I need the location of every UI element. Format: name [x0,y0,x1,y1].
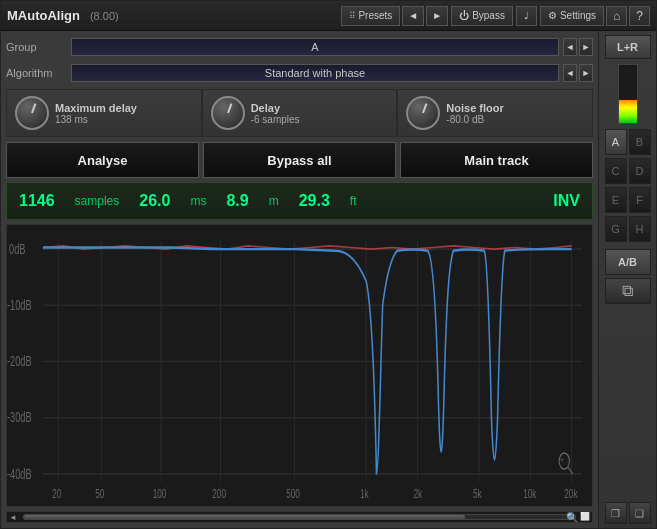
group-row: Group A ◄ ► [6,36,593,58]
svg-text:20k: 20k [564,486,578,500]
svg-text:100: 100 [153,486,167,500]
zoom-reset-icon[interactable]: ⬜ [580,512,590,523]
copy-button[interactable]: ⧉ [605,278,651,304]
algorithm-prev-button[interactable]: ◄ [563,64,577,82]
main-content: Group A ◄ ► Algorithm Standard with phas… [1,31,656,528]
noise-floor-value: -80.0 dB [446,114,503,125]
right-panel: L+R A B C D [598,31,656,528]
ft-value: 29.3 [299,192,330,210]
channel-grid-gh: G H [605,216,651,242]
max-delay-info: Maximum delay 138 ms [55,102,137,125]
svg-text:2k: 2k [413,486,422,500]
delay-value: -6 samples [251,114,300,125]
copy-right-button[interactable]: ❑ [629,502,651,524]
svg-text:1k: 1k [360,486,369,500]
prev-preset-button[interactable]: ◄ [402,6,424,26]
svg-rect-0 [7,225,592,506]
meter-bar-container [618,64,638,124]
left-panel: Group A ◄ ► Algorithm Standard with phas… [1,31,598,528]
bottom-copy-row: ❐ ❑ [605,502,651,524]
noise-floor-knob[interactable] [406,96,440,130]
ft-unit: ft [350,194,357,208]
zoom-icons: 🔍 ⬜ [566,512,590,523]
knob-group-0: Maximum delay 138 ms [6,89,202,137]
knob-group-1: Delay -6 samples [202,89,398,137]
copy-left-button[interactable]: ❐ [605,502,627,524]
bypass-all-button[interactable]: Bypass all [203,142,396,178]
svg-text:-10dB: -10dB [7,297,32,314]
channel-grid-ef: E F [605,187,651,213]
group-prev-button[interactable]: ◄ [563,38,577,56]
presets-button[interactable]: ⠿ Presets [341,6,400,26]
samples-value: 1146 [19,192,55,210]
svg-text:20: 20 [52,486,61,500]
m-value: 8.9 [226,192,248,210]
samples-unit: samples [75,194,120,208]
group-label: Group [6,41,71,53]
svg-text:5k: 5k [473,486,482,500]
presets-label: Presets [358,10,392,21]
analyse-button[interactable]: Analyse [6,142,199,178]
svg-text:-40dB: -40dB [7,466,32,483]
copy-right-icon: ❑ [635,508,644,519]
knob-group-2: Noise floor -80.0 dB [397,89,593,137]
horizontal-scrollbar[interactable]: ◄ 🔍 ⬜ [6,511,593,523]
copy-left-icon: ❐ [611,508,620,519]
plugin-version: (8.00) [90,10,119,22]
channel-e-button[interactable]: E [605,187,627,213]
bypass-label: Bypass [472,10,505,21]
group-next-button[interactable]: ► [579,38,593,56]
algorithm-value-bar[interactable]: Standard with phase [71,64,559,82]
spectrum-svg: 0dB -10dB -20dB -30dB -40dB [7,225,592,506]
svg-text:-30dB: -30dB [7,409,32,426]
scrollbar-thumb[interactable] [24,515,465,519]
ms-value: 26.0 [139,192,170,210]
home-icon: ⌂ [613,9,620,23]
inv-value: INV [553,192,580,210]
channel-grid-ab: A B [605,129,651,155]
channel-h-button[interactable]: H [629,216,651,242]
delay-knob[interactable] [211,96,245,130]
spectrum-area[interactable]: 0dB -10dB -20dB -30dB -40dB [6,224,593,507]
channel-g-button[interactable]: G [605,216,627,242]
algorithm-label: Algorithm [6,67,71,79]
channel-c-button[interactable]: C [605,158,627,184]
presets-icon: ⠿ [349,11,355,21]
algorithm-nav: ◄ ► [563,64,593,82]
settings-label: Settings [560,10,596,21]
copy-icon: ⧉ [622,282,633,300]
svg-text:50: 50 [95,486,104,500]
algorithm-next-button[interactable]: ► [579,64,593,82]
knobs-row: Maximum delay 138 ms Delay -6 samples No… [6,88,593,138]
zoom-in-icon[interactable]: 🔍 [566,512,578,523]
bypass-icon: ⏻ [459,10,469,21]
next-preset-button[interactable]: ► [426,6,448,26]
algorithm-value: Standard with phase [78,67,552,79]
m-unit: m [269,194,279,208]
noise-floor-name: Noise floor [446,102,503,114]
channel-f-button[interactable]: F [629,187,651,213]
settings-button[interactable]: ⚙ Settings [540,6,604,26]
main-track-button[interactable]: Main track [400,142,593,178]
channel-d-button[interactable]: D [629,158,651,184]
ab-button[interactable]: A/B [605,249,651,275]
channel-grid-cd: C D [605,158,651,184]
home-button[interactable]: ⌂ [606,6,627,26]
help-button[interactable]: ? [629,6,650,26]
max-delay-knob[interactable] [15,96,49,130]
channel-b-button[interactable]: B [629,129,651,155]
max-delay-name: Maximum delay [55,102,137,114]
midi-icon: ♩ [524,10,529,21]
svg-text:+: + [560,454,564,465]
max-delay-value: 138 ms [55,114,137,125]
delay-name: Delay [251,102,300,114]
bypass-button[interactable]: ⏻ Bypass [451,6,513,26]
top-bar: MAutoAlign (8.00) ⠿ Presets ◄ ► ⏻ Bypass… [1,1,656,31]
lr-button[interactable]: L+R [605,35,651,59]
scrollbar-track[interactable] [23,514,576,520]
scroll-left-icon[interactable]: ◄ [9,513,17,522]
channel-a-button[interactable]: A [605,129,627,155]
group-value-bar[interactable]: A [71,38,559,56]
algorithm-row: Algorithm Standard with phase ◄ ► [6,62,593,84]
midi-button[interactable]: ♩ [516,6,537,26]
